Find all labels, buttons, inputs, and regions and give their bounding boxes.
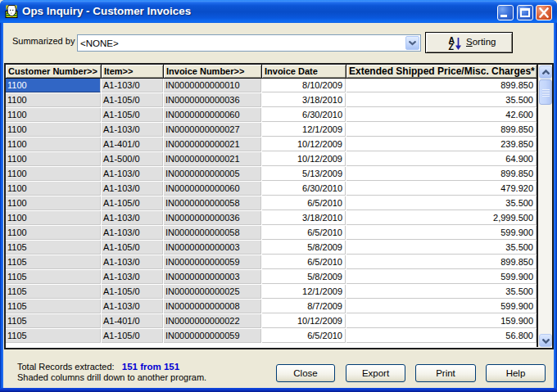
- svg-text:Z: Z: [449, 42, 455, 52]
